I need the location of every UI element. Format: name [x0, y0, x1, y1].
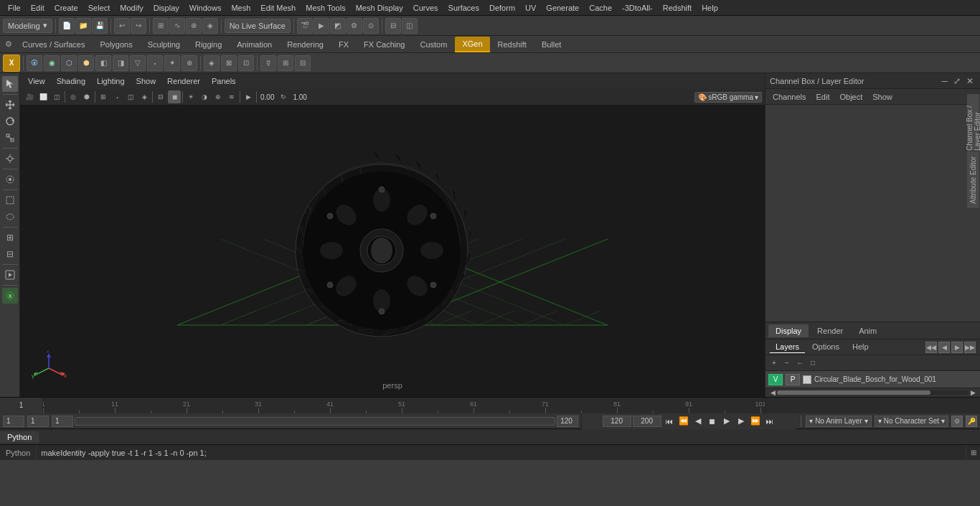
universal-manip-btn[interactable]	[2, 151, 18, 167]
ao-btn[interactable]: ⊕	[212, 90, 225, 103]
playblast-btn[interactable]: ▶	[242, 90, 255, 103]
menu-create[interactable]: Create	[50, 2, 83, 14]
xgen-tool-14[interactable]: ☿	[260, 55, 276, 71]
mode-dropdown[interactable]: Modeling ▾	[3, 19, 52, 33]
timeline-slider[interactable]	[75, 417, 555, 426]
show-menu[interactable]: Show	[133, 75, 160, 87]
show-nav[interactable]: Show	[868, 91, 897, 103]
tab-animation[interactable]: Animation	[230, 37, 279, 52]
render-settings-btn[interactable]: ⚙	[347, 18, 362, 34]
save-scene-btn[interactable]: 💾	[92, 18, 108, 34]
timeline-track[interactable]: 1112131415161718191101	[43, 398, 765, 413]
cmd-submit-btn[interactable]: ⊞	[966, 445, 980, 461]
display-tab[interactable]: Display	[768, 324, 809, 337]
xgen-tool-6[interactable]: ◨	[113, 55, 128, 71]
lasso-btn[interactable]	[2, 209, 18, 225]
layer-select-btn[interactable]: □	[807, 357, 819, 369]
xgen-tool-3[interactable]: ⬡	[61, 55, 77, 71]
xgen-tool-7[interactable]: ▽	[130, 55, 146, 71]
view-menu[interactable]: View	[24, 75, 49, 87]
scroll-right-btn[interactable]: ▶	[969, 388, 977, 397]
filmgate-btn[interactable]: ⬜	[37, 90, 50, 103]
menu-select[interactable]: Select	[83, 2, 116, 14]
menu-generate[interactable]: Generate	[541, 2, 584, 14]
char-set-dropdown[interactable]: ▾ No Character Set ▾	[875, 416, 948, 427]
layer-assign-btn[interactable]: ←	[794, 357, 806, 369]
menu-editmesh[interactable]: Edit Mesh	[255, 2, 301, 14]
light-btn[interactable]: ☀	[184, 90, 197, 103]
tab-bullet[interactable]: Bullet	[534, 37, 569, 52]
menu-3dtool[interactable]: -3DtoAll-	[617, 2, 658, 14]
live-surface-label[interactable]: No Live Surface	[225, 19, 291, 33]
layer-delete-btn[interactable]: −	[781, 357, 793, 369]
go-to-start-btn[interactable]: ⏮	[663, 415, 676, 428]
hud-btn[interactable]: ⬩	[110, 90, 123, 103]
layer-color-swatch[interactable]	[803, 375, 811, 384]
scroll-track[interactable]	[777, 390, 969, 395]
menu-file[interactable]: File	[3, 2, 26, 14]
shadow-btn[interactable]: ◑	[198, 90, 211, 103]
panel-minimize-btn[interactable]: ─	[939, 76, 950, 86]
xgen-tool-16[interactable]: ⊟	[295, 55, 311, 71]
layer-prev-btn[interactable]: ◀	[938, 342, 950, 353]
menu-surfaces[interactable]: Surfaces	[443, 2, 484, 14]
soft-mod-btn[interactable]	[2, 172, 18, 187]
shading-btn[interactable]: ⬢	[80, 90, 93, 103]
next-frame-btn[interactable]: ⏩	[749, 415, 762, 428]
playback-fps[interactable]: 200	[633, 416, 661, 427]
render-seq-btn[interactable]: ▶	[314, 18, 329, 34]
menu-help[interactable]: Help	[697, 2, 723, 14]
tab-fx[interactable]: FX	[331, 37, 356, 52]
antialias-btn[interactable]: ≋	[225, 90, 238, 103]
menu-edit[interactable]: Edit	[26, 2, 50, 14]
xray-btn[interactable]: ◈	[138, 90, 151, 103]
channels-nav[interactable]: Channels	[768, 91, 810, 103]
help-subtab[interactable]: Help	[847, 341, 875, 353]
menu-redshift[interactable]: Redshift	[658, 2, 697, 14]
menu-curves[interactable]: Curves	[408, 2, 443, 14]
marquee-btn[interactable]	[2, 192, 18, 208]
tab-xgen[interactable]: XGen	[455, 37, 489, 52]
menu-cache[interactable]: Cache	[584, 2, 617, 14]
xgen-tool-5[interactable]: ◧	[95, 55, 111, 71]
cam-selector-btn[interactable]: 🎥	[23, 90, 36, 103]
xgen-icon-btn[interactable]: X	[3, 55, 20, 72]
xgen-tool-15[interactable]: ⊞	[278, 55, 293, 71]
edit-nav[interactable]: Edit	[811, 91, 834, 103]
end-frame-field[interactable]: 120	[557, 416, 578, 427]
grid-btn[interactable]: ⊞	[97, 90, 110, 103]
layers-subtab[interactable]: Layers	[770, 341, 805, 353]
smooth-shade-btn[interactable]: ◼	[168, 90, 181, 103]
layer-rewind-btn[interactable]: ◀◀	[925, 342, 937, 353]
snap-grid-btn[interactable]: ⊞	[153, 18, 169, 34]
xgen-tool-2[interactable]: ◉	[44, 55, 60, 71]
options-subtab[interactable]: Options	[806, 341, 845, 353]
scroll-thumb[interactable]	[777, 390, 930, 395]
channel-box-edge-tab[interactable]: Channel Box / Layer Editor	[967, 93, 980, 151]
menu-meshdisplay[interactable]: Mesh Display	[351, 2, 408, 14]
xgen-tool-11[interactable]: ◈	[204, 55, 220, 71]
hide-btn[interactable]: ⊟	[385, 18, 401, 34]
tab-redshift[interactable]: Redshift	[491, 37, 534, 52]
menu-meshtools[interactable]: Mesh Tools	[301, 2, 350, 14]
tab-sculpting[interactable]: Sculpting	[141, 37, 187, 52]
tab-polygons[interactable]: Polygons	[93, 37, 139, 52]
menu-deform[interactable]: Deform	[484, 2, 520, 14]
cmd-input-field[interactable]	[37, 449, 966, 457]
tab-rendering[interactable]: Rendering	[280, 37, 331, 52]
misc-btn2[interactable]: ◫	[402, 18, 418, 34]
prev-frame-btn[interactable]: ⏪	[677, 415, 690, 428]
snap-curve-btn[interactable]: ∿	[169, 18, 185, 34]
stop-btn[interactable]: ⏹	[706, 415, 719, 428]
xgen-tool-1[interactable]: ⦿	[27, 55, 42, 71]
start-frame-field[interactable]: 1	[3, 416, 24, 427]
object-nav[interactable]: Object	[835, 91, 867, 103]
render-preview-btn-l[interactable]	[2, 267, 18, 283]
autokey-btn[interactable]: 🔑	[966, 416, 977, 427]
tab-custom[interactable]: Custom	[413, 37, 455, 52]
snap-point-btn[interactable]: ⊕	[186, 18, 202, 34]
snap-align-btn2[interactable]: ⊟	[2, 246, 18, 262]
anim-tab[interactable]: Anim	[852, 324, 884, 337]
render-ipr-btn[interactable]: ◩	[330, 18, 346, 34]
xgen-tool-12[interactable]: ⊠	[221, 55, 237, 71]
